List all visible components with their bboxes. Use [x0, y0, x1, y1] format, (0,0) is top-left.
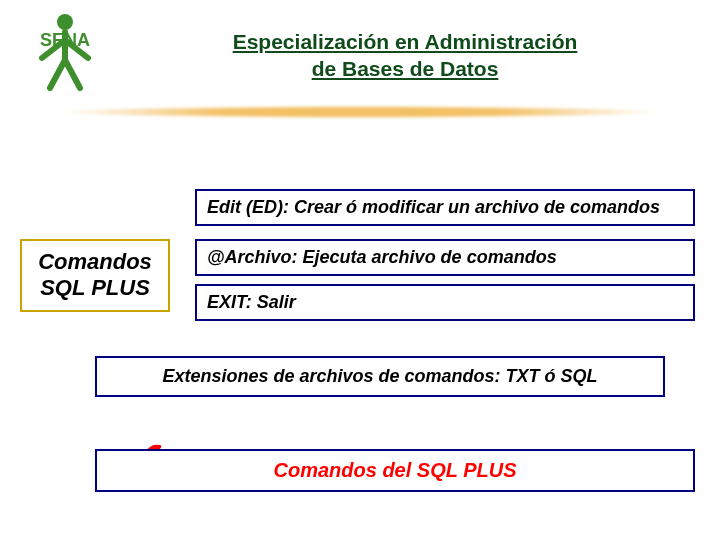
title-block: Especialización en Administración de Bas… [110, 10, 700, 83]
command-text: @Archivo: Ejecuta archivo de comandos [207, 247, 557, 267]
footer-text: Comandos del SQL PLUS [274, 459, 517, 481]
header: SENA Especialización en Administración d… [0, 0, 720, 95]
command-text: Edit (ED): Crear ó modificar un archivo … [207, 197, 660, 217]
page-title: Especialización en Administración de Bas… [110, 28, 700, 83]
section-label-line1: Comandos [38, 249, 152, 274]
command-box-edit: Edit (ED): Crear ó modificar un archivo … [195, 189, 695, 226]
logo-text: SENA [40, 30, 90, 50]
extensions-box: Extensiones de archivos de comandos: TXT… [95, 356, 665, 397]
command-box-exit: EXIT: Salir [195, 284, 695, 321]
section-label: Comandos SQL PLUS [20, 239, 170, 312]
brush-underline [60, 105, 660, 119]
title-line-2: de Bases de Datos [312, 57, 499, 80]
footer-box: Comandos del SQL PLUS [95, 449, 695, 492]
extensions-text: Extensiones de archivos de comandos: TXT… [162, 366, 597, 386]
svg-point-0 [57, 14, 73, 30]
title-line-1: Especialización en Administración [233, 30, 578, 53]
section-label-line2: SQL PLUS [40, 275, 150, 300]
command-text: EXIT: Salir [207, 292, 296, 312]
sena-logo: SENA [20, 10, 110, 95]
command-box-archivo: @Archivo: Ejecuta archivo de comandos [195, 239, 695, 276]
